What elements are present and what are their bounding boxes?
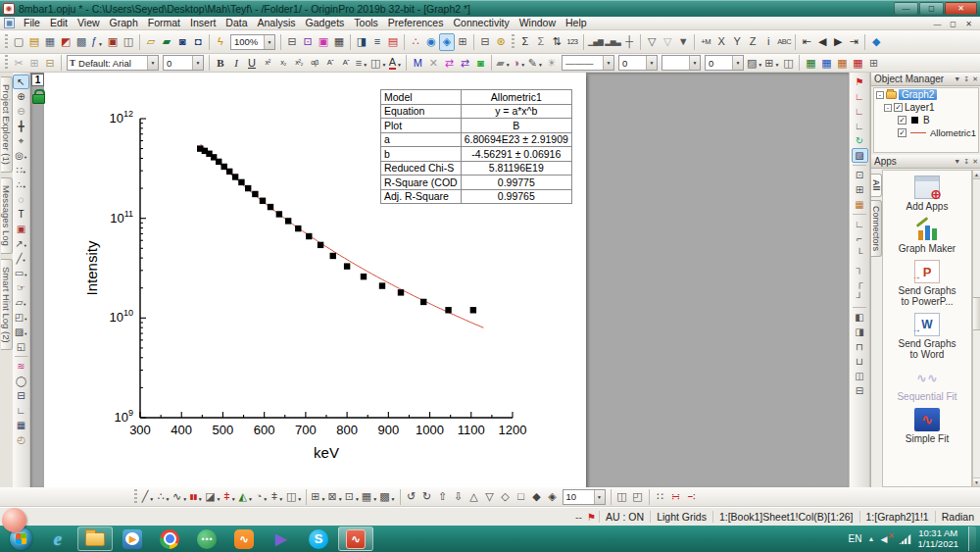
dropdown-arrow-icon[interactable]: ▼ bbox=[538, 62, 543, 71]
collapse-icon[interactable]: - bbox=[884, 104, 892, 112]
dropdown-arrow-icon[interactable]: ▼ bbox=[231, 496, 236, 505]
child-restore-button[interactable]: ◻ bbox=[946, 18, 960, 29]
3d-rotation-toolbar-button[interactable]: ◆ bbox=[868, 33, 884, 51]
apps-scrollbar[interactable]: ▲ ▼ bbox=[972, 170, 980, 487]
swap-x-button[interactable]: ⇄ bbox=[441, 54, 457, 72]
zoom-out-tool-button[interactable]: ⊖ bbox=[13, 104, 29, 119]
vertical-align-button[interactable]: ◫▼ bbox=[369, 54, 387, 72]
hand-tool-button[interactable]: ☞ bbox=[13, 280, 29, 295]
eraser-tool-button[interactable]: ◱ bbox=[13, 339, 29, 354]
swap-y-button[interactable]: ⇄ bbox=[457, 54, 472, 72]
panel-menu-icon[interactable]: ▼ bbox=[954, 158, 960, 165]
rectangle-tool-button[interactable]: ▭▼ bbox=[13, 266, 29, 280]
zoom-level-combo[interactable]: 100%▼ bbox=[230, 34, 275, 50]
heatmap-plot-button[interactable]: ▩▼ bbox=[378, 488, 396, 506]
text-tool-button[interactable]: T bbox=[13, 207, 29, 222]
menu-file[interactable]: File bbox=[19, 17, 45, 28]
new-image-button[interactable]: ▣ bbox=[105, 33, 121, 51]
taskbar-messenger[interactable] bbox=[189, 527, 224, 551]
save-project-button[interactable]: ◙ bbox=[174, 33, 190, 51]
row-stats-plot-button[interactable]: ▂▅▃ bbox=[604, 33, 621, 51]
dropdown-arrow-icon[interactable]: ▼ bbox=[23, 302, 26, 309]
date-time-display-button[interactable]: ⊟ bbox=[477, 33, 493, 51]
next-point-button[interactable]: ▶ bbox=[830, 33, 846, 51]
line-plot-button[interactable]: ╱▼ bbox=[140, 488, 156, 506]
multi-curve-plot-button[interactable]: ◭▼ bbox=[238, 488, 254, 506]
color-scale-object-button[interactable]: ≋ bbox=[13, 359, 29, 374]
tree-label-series-b[interactable]: B bbox=[923, 115, 930, 125]
menu-analysis[interactable]: Analysis bbox=[253, 17, 301, 28]
color-manager-button[interactable]: ▤ bbox=[385, 33, 401, 51]
tree-label-layer[interactable]: Layer1 bbox=[905, 102, 935, 113]
dropdown-arrow-icon[interactable]: ▼ bbox=[263, 496, 268, 505]
pin-icon[interactable]: ↧ bbox=[963, 158, 969, 166]
axes-bottom-left-button[interactable]: ∟ bbox=[852, 217, 868, 231]
paste-button[interactable]: ⊟ bbox=[42, 54, 58, 72]
3d-surface-plot-button[interactable]: ⊡▼ bbox=[344, 488, 361, 506]
copy-format-button[interactable]: ◨ bbox=[354, 33, 369, 51]
dropdown-arrow-icon[interactable]: ▼ bbox=[149, 496, 154, 505]
child-minimize-button[interactable]: — bbox=[930, 18, 945, 29]
dropdown-arrow-icon[interactable]: ▼ bbox=[603, 56, 613, 70]
dropdown-arrow-icon[interactable]: ▼ bbox=[355, 496, 360, 505]
fit-frame-to-layer-button[interactable]: ◫ bbox=[614, 488, 630, 506]
close-panel-icon[interactable]: ✕ bbox=[972, 158, 978, 166]
volume-muted-icon[interactable] bbox=[880, 533, 893, 545]
new-function-graph-button[interactable]: ƒ▼ bbox=[89, 33, 105, 51]
menu-connectivity[interactable]: Connectivity bbox=[448, 17, 514, 28]
z-coordinate-button[interactable]: Z bbox=[745, 33, 760, 51]
tree-item-graph[interactable]: - Graph2 bbox=[874, 88, 978, 101]
scroll-down-icon[interactable]: ▼ bbox=[973, 477, 980, 486]
layer-management-button[interactable]: ≡ bbox=[369, 33, 385, 51]
dropdown-arrow-icon[interactable]: ▼ bbox=[24, 155, 27, 162]
copy-button[interactable]: ⊞ bbox=[26, 54, 42, 72]
rotate-ccw-button[interactable]: ↺ bbox=[404, 488, 419, 506]
fit-checkbox[interactable]: ✓ bbox=[898, 128, 906, 137]
y-coordinate-button[interactable]: Y bbox=[729, 33, 745, 51]
menu-graph[interactable]: Graph bbox=[105, 17, 143, 28]
new-layout-button[interactable]: ◫ bbox=[121, 33, 136, 51]
dropdown-arrow-icon[interactable]: ▼ bbox=[147, 56, 158, 70]
taskbar-media-player[interactable] bbox=[115, 527, 150, 551]
menu-edit[interactable]: Edit bbox=[45, 17, 73, 28]
rescale-page-fit-button[interactable]: ▨ bbox=[852, 148, 868, 163]
new-folder-button[interactable]: ▤ bbox=[26, 33, 42, 51]
taskbar-origin[interactable] bbox=[338, 527, 373, 551]
fit-page-to-layers-button[interactable]: ⊡ bbox=[852, 168, 868, 182]
refresh-graph-button[interactable]: ↻ bbox=[852, 133, 868, 148]
scroll-thumb[interactable] bbox=[973, 297, 980, 330]
dropdown-arrow-icon[interactable]: ▼ bbox=[594, 490, 605, 504]
shape-cube-button[interactable]: □ bbox=[514, 488, 529, 506]
menu-insert[interactable]: Insert bbox=[185, 17, 220, 28]
new-graph-button[interactable]: ◩ bbox=[58, 33, 74, 51]
dropdown-arrow-icon[interactable]: ▼ bbox=[363, 62, 368, 71]
dropdown-arrow-icon[interactable]: ▼ bbox=[381, 62, 386, 71]
dropdown-arrow-icon[interactable]: ▼ bbox=[23, 184, 26, 191]
line-style-combo[interactable]: ———▼ bbox=[562, 55, 614, 71]
column-statistics-button[interactable]: Σ bbox=[517, 33, 533, 51]
dropdown-arrow-icon[interactable]: ▼ bbox=[198, 496, 203, 505]
dropdown-arrow-icon[interactable]: ▼ bbox=[166, 496, 171, 505]
show-data-points-button[interactable]: ∷ bbox=[653, 488, 668, 506]
decrease-font-button[interactable]: Aˇ bbox=[338, 54, 354, 72]
insert-columns-button[interactable]: ▦ bbox=[834, 54, 850, 72]
first-point-button[interactable]: ⇤ bbox=[799, 33, 814, 51]
dropdown-arrow-icon[interactable]: ▼ bbox=[646, 56, 657, 70]
freehand-region-tool-button[interactable]: ◰▼ bbox=[13, 310, 29, 325]
align-right-layers-button[interactable]: ◨ bbox=[852, 325, 868, 339]
dropdown-arrow-icon[interactable]: ▼ bbox=[397, 62, 402, 71]
toolbar-grip[interactable] bbox=[134, 489, 137, 505]
palette-button[interactable]: ◑▼ bbox=[512, 54, 527, 72]
dropdown-arrow-icon[interactable]: ▼ bbox=[23, 258, 26, 265]
axes-top-left-button[interactable]: ⌐ bbox=[852, 231, 868, 246]
tree-item-fit[interactable]: ✓ Allometric1 bbox=[874, 126, 978, 139]
increase-font-button[interactable]: Aˆ bbox=[322, 54, 338, 72]
x-coordinate-button[interactable]: X bbox=[713, 33, 729, 51]
dropdown-arrow-icon[interactable]: ▼ bbox=[24, 243, 27, 250]
scroll-up-icon[interactable]: ▲ bbox=[973, 171, 980, 179]
dropdown-arrow-icon[interactable]: ▼ bbox=[321, 496, 326, 505]
insert-graph-object-button[interactable]: ⊟ bbox=[13, 388, 29, 403]
toolbar-grip[interactable] bbox=[5, 34, 8, 50]
fill-color-button[interactable]: ▰▼ bbox=[495, 54, 511, 72]
show-desktop-button[interactable] bbox=[968, 527, 976, 551]
